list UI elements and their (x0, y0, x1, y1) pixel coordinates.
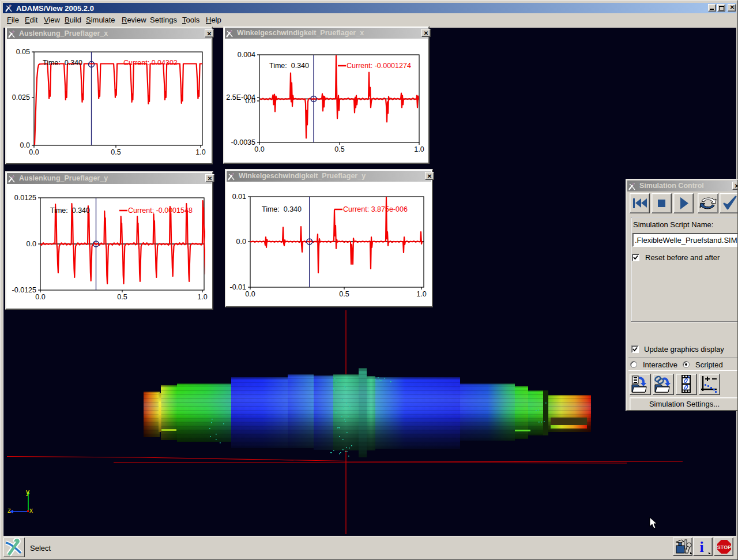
svg-text:0.004: 0.004 (238, 51, 255, 59)
svg-text:0.0: 0.0 (29, 148, 39, 156)
svg-text:0.0: 0.0 (254, 145, 264, 153)
svg-text:0.5: 0.5 (117, 293, 127, 301)
svg-text:Current: 0.04302: Current: 0.04302 (123, 59, 178, 67)
svg-text:0.5: 0.5 (111, 148, 121, 156)
svg-text:-0.01: -0.01 (230, 283, 247, 291)
svg-text:z: z (7, 506, 11, 514)
svg-text:0.0: 0.0 (236, 238, 246, 246)
svg-text:0.0: 0.0 (27, 240, 36, 248)
svg-text:Current: -0.0001274: Current: -0.0001274 (347, 62, 411, 70)
svg-text:Time: 0.340: Time: 0.340 (262, 205, 302, 213)
svg-text:-0.0125: -0.0125 (12, 286, 36, 294)
svg-text:0.0: 0.0 (245, 290, 255, 298)
svg-text:1.0: 1.0 (197, 293, 207, 301)
svg-text:1.0: 1.0 (195, 148, 205, 156)
svg-text:Time: 0.340: Time: 0.340 (43, 59, 82, 67)
svg-text:y: y (26, 488, 29, 496)
svg-text:1.0: 1.0 (414, 145, 424, 153)
svg-text:0.5: 0.5 (334, 145, 344, 153)
svg-text:Time: 0.340: Time: 0.340 (269, 62, 309, 70)
svg-text:0.025: 0.025 (12, 93, 30, 102)
svg-text:0.0: 0.0 (246, 97, 255, 105)
svg-text:0.05: 0.05 (16, 48, 30, 56)
svg-text:i: i (699, 539, 703, 555)
svg-text:Time: 0.340: Time: 0.340 (50, 206, 90, 215)
svg-text:STOP: STOP (717, 544, 731, 550)
svg-text:Current: 3.875e-006: Current: 3.875e-006 (343, 205, 408, 213)
svg-text:0.0: 0.0 (35, 293, 45, 301)
svg-text:0.01: 0.01 (232, 193, 246, 201)
svg-text:x: x (29, 506, 33, 514)
svg-text:0.5: 0.5 (339, 290, 349, 298)
svg-text:-0.0035: -0.0035 (231, 138, 255, 146)
svg-text:0.0125: 0.0125 (14, 194, 36, 202)
svg-text:Current: -0.0001548: Current: -0.0001548 (128, 206, 193, 215)
svg-text:1.0: 1.0 (416, 290, 426, 298)
